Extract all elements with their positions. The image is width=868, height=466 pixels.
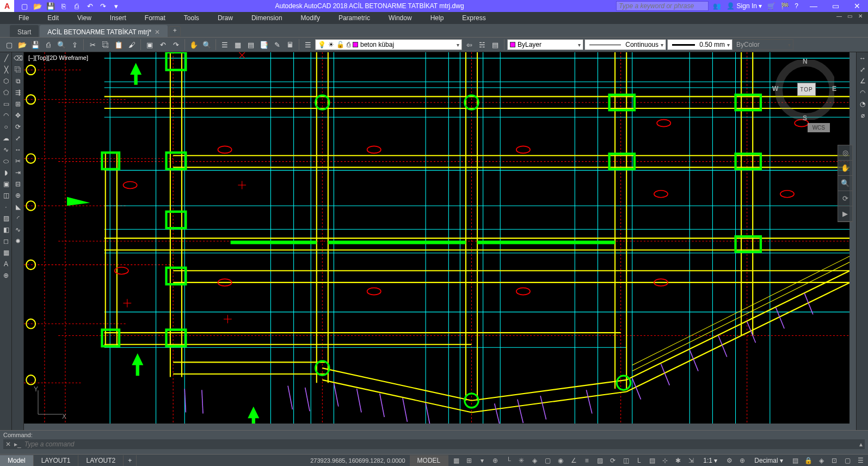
viewcube-face[interactable]: TOP: [797, 83, 816, 96]
plotstyle-dropdown[interactable]: ByColor ▾: [734, 39, 793, 50]
command-input[interactable]: [24, 440, 856, 448]
doc-restore-icon[interactable]: ▭: [847, 13, 855, 21]
menu-parametric[interactable]: Parametric: [336, 13, 372, 23]
revcloud-icon[interactable]: ☁: [1, 134, 11, 144]
new-icon[interactable]: ▢: [3, 39, 15, 51]
menu-dimension[interactable]: Dimension: [249, 13, 285, 23]
vertical-scrollbar[interactable]: [849, 52, 856, 430]
dim-diameter-icon[interactable]: ⌀: [858, 112, 867, 121]
pan-icon[interactable]: ✋: [188, 39, 200, 51]
qat-new-icon[interactable]: ▢: [20, 1, 29, 11]
plot-icon[interactable]: ⎙: [42, 39, 54, 51]
cut-icon[interactable]: ✂: [87, 39, 99, 51]
color-dropdown[interactable]: ByLayer ▾: [507, 39, 583, 50]
grid-icon[interactable]: ▦: [451, 457, 461, 464]
status-tab-model[interactable]: Model: [0, 455, 34, 466]
units-display[interactable]: Decimal ▾: [750, 457, 787, 464]
spline-icon[interactable]: ∿: [1, 146, 11, 156]
tab-close-icon[interactable]: ✕: [155, 28, 160, 36]
plot-preview-icon[interactable]: 🔍: [56, 39, 67, 51]
menu-format[interactable]: Format: [143, 13, 168, 23]
copy-icon[interactable]: ⿻: [100, 39, 112, 51]
drawing-canvas[interactable]: [–][Top][2D Wireframe] YX N S E W TOP WC…: [24, 52, 856, 430]
quickcalc-icon[interactable]: 🖩: [284, 39, 296, 51]
nav-pan-icon[interactable]: ✋: [838, 161, 852, 176]
doc-minimize-icon[interactable]: —: [836, 13, 844, 21]
open-icon[interactable]: 📂: [16, 39, 28, 51]
paste-icon[interactable]: 📋: [113, 39, 125, 51]
view-cube[interactable]: N S E W TOP: [774, 60, 834, 120]
status-tab-layout1[interactable]: LAYOUT1: [34, 455, 79, 466]
command-line[interactable]: Command: ✕ ▸_ ▴: [0, 430, 868, 454]
annotation-scale[interactable]: 1:1 ▾: [699, 457, 722, 464]
qat-open-icon[interactable]: 📂: [33, 1, 42, 11]
design-center-icon[interactable]: ▦: [232, 39, 244, 51]
circle-icon[interactable]: ○: [1, 123, 11, 133]
snap-icon[interactable]: ⊞: [464, 457, 475, 464]
move-icon[interactable]: ✥: [13, 112, 23, 121]
extend-icon[interactable]: ⇥: [13, 169, 23, 179]
infer-icon[interactable]: ▾: [477, 457, 488, 464]
sheetset-icon[interactable]: 📑: [258, 39, 270, 51]
isodraft-icon[interactable]: ◈: [529, 457, 540, 464]
blend-icon[interactable]: ∿: [13, 226, 23, 236]
menu-draw[interactable]: Draw: [216, 13, 235, 23]
qat-undo-icon[interactable]: ↶: [85, 1, 95, 11]
qat-more-icon[interactable]: ▾: [111, 1, 121, 11]
layer-iso-icon[interactable]: ▤: [489, 39, 501, 51]
quick-properties-icon[interactable]: ▤: [790, 457, 801, 464]
rotate-icon[interactable]: ⟳: [13, 123, 23, 133]
nav-showmotion-icon[interactable]: ▶: [838, 206, 852, 222]
trim-icon[interactable]: ✂: [13, 157, 23, 167]
dim-angular-icon[interactable]: ∠: [858, 77, 867, 87]
line-icon[interactable]: ╱: [1, 54, 11, 64]
tab-start[interactable]: Start: [10, 25, 39, 37]
properties-icon[interactable]: ☰: [219, 39, 231, 51]
linetype-dropdown[interactable]: Continuous ▾: [584, 39, 666, 50]
menu-express[interactable]: Express: [460, 13, 488, 23]
selection-filter-icon[interactable]: ▤: [647, 457, 657, 464]
stretch-icon[interactable]: ↔: [13, 146, 23, 156]
qat-save-icon[interactable]: 💾: [46, 1, 56, 11]
arc-icon[interactable]: ◠: [1, 112, 11, 121]
ducs-icon[interactable]: L: [633, 457, 644, 464]
ucs-icon[interactable]: YX: [34, 386, 66, 420]
qat-plot-icon[interactable]: ⎙: [72, 1, 82, 11]
menu-window[interactable]: Window: [386, 13, 414, 23]
polygon-icon[interactable]: ⬠: [1, 89, 11, 99]
qat-saveas-icon[interactable]: ⎘: [59, 1, 69, 11]
redo-icon[interactable]: ↷: [170, 39, 182, 51]
lineweight-dropdown[interactable]: 0.50 mm ▾: [667, 39, 732, 50]
clean-screen-icon[interactable]: ▢: [842, 457, 853, 464]
copy-obj-icon[interactable]: ⿻: [13, 66, 23, 76]
undo-icon[interactable]: ↶: [157, 39, 169, 51]
menu-help[interactable]: Help: [428, 13, 446, 23]
lock-ui-icon[interactable]: 🔒: [803, 457, 814, 464]
minimize-button[interactable]: —: [803, 2, 824, 10]
dim-aligned-icon[interactable]: ⤢: [858, 66, 867, 76]
hardware-acceleration-icon[interactable]: ⊡: [829, 457, 840, 464]
polyline-icon[interactable]: ⬡: [1, 77, 11, 87]
autodesk-account-icon[interactable]: 👥: [713, 2, 721, 10]
isolate-objects-icon[interactable]: ◈: [816, 457, 827, 464]
layer-dropdown[interactable]: 💡 ☀ 🔓 ⎙ beton kübaj ▾: [315, 39, 462, 50]
menu-tools[interactable]: Tools: [182, 13, 201, 23]
chamfer-icon[interactable]: ◣: [13, 203, 23, 213]
stay-connected-icon[interactable]: 🏁: [781, 2, 789, 10]
otrack-icon[interactable]: ∠: [568, 457, 579, 464]
qat-redo-icon[interactable]: ↷: [98, 1, 108, 11]
mtext-icon[interactable]: A: [1, 260, 11, 270]
selection-cycling-icon[interactable]: ⟳: [607, 457, 618, 464]
make-block-icon[interactable]: ◫: [1, 192, 11, 201]
mirror-icon[interactable]: ⧉: [13, 77, 23, 87]
break-icon[interactable]: ⊟: [13, 180, 23, 190]
autoscale-icon[interactable]: ⇲: [686, 457, 697, 464]
ellipse-arc-icon[interactable]: ◗: [1, 169, 11, 179]
command-close-icon[interactable]: ✕: [5, 440, 11, 448]
gizmo-icon[interactable]: ⊹: [660, 457, 670, 464]
sign-in-button[interactable]: 👤 Sign In ▾: [727, 2, 762, 10]
layer-previous-icon[interactable]: ⇦: [463, 39, 475, 51]
tool-palettes-icon[interactable]: ▤: [245, 39, 257, 51]
save-icon[interactable]: 💾: [29, 39, 41, 51]
match-props-icon[interactable]: 🖌: [126, 39, 138, 51]
